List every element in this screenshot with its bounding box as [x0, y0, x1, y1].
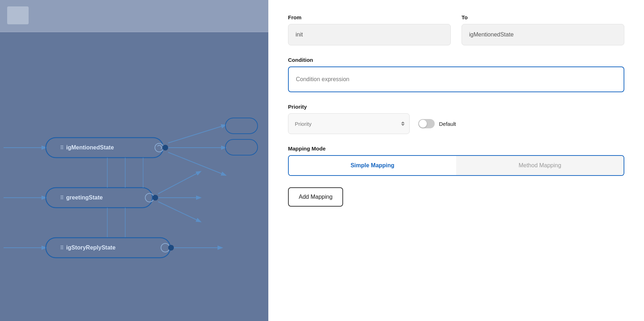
node-label-greeting: greetingState	[66, 194, 103, 201]
to-group: To igMentionedState	[462, 14, 624, 45]
priority-section: Priority Default	[288, 104, 624, 134]
mapping-mode-label: Mapping Mode	[288, 145, 624, 152]
node-dots-3: ⠿	[60, 245, 64, 251]
default-toggle-row: Default	[418, 119, 456, 128]
diagram-topbar-widget	[7, 6, 29, 24]
from-group: From init	[288, 14, 451, 45]
priority-row: Default	[288, 113, 624, 134]
spinner-down-icon[interactable]	[401, 124, 405, 126]
condition-section: Condition intent == "igMentionedIntent"	[288, 57, 624, 92]
from-to-row: From init To igMentionedState	[288, 14, 624, 45]
priority-spinner[interactable]	[401, 122, 405, 126]
method-mapping-button[interactable]: Method Mapping	[456, 156, 624, 175]
indicator-greeting	[152, 195, 158, 201]
priority-input[interactable]	[288, 113, 410, 134]
node-dots-2: ⠿	[60, 195, 64, 201]
default-toggle[interactable]	[418, 119, 435, 128]
node-dots-1: ⠿	[60, 145, 64, 150]
spinner-up-icon[interactable]	[401, 122, 405, 123]
toggle-knob	[419, 120, 427, 128]
priority-input-wrapper	[288, 113, 410, 134]
svg-rect-2	[0, 32, 268, 321]
indicator-igMentioned	[162, 145, 168, 150]
simple-mapping-button[interactable]: Simple Mapping	[289, 156, 456, 175]
node-label-igStory: igStoryReplyState	[66, 245, 116, 251]
mapping-mode-section: Mapping Mode Simple Mapping Method Mappi…	[288, 145, 624, 176]
from-label: From	[288, 14, 451, 20]
node-label-igMentioned: igMentionedState	[66, 144, 114, 150]
default-label: Default	[439, 121, 456, 127]
diagram-panel: ⠿ igMentionedState ⠿ greetingState	[0, 0, 268, 321]
to-value: igMentionedState	[462, 24, 624, 45]
condition-label: Condition	[288, 57, 624, 63]
to-label: To	[462, 14, 624, 20]
diagram-topbar	[0, 0, 268, 32]
add-mapping-button[interactable]: Add Mapping	[288, 187, 343, 207]
condition-input[interactable]: intent == "igMentionedIntent"	[288, 66, 624, 92]
indicator-igStory	[168, 245, 174, 251]
priority-label: Priority	[288, 104, 624, 110]
form-panel: From init To igMentionedState Condition …	[268, 0, 644, 321]
mapping-mode-buttons: Simple Mapping Method Mapping	[288, 155, 624, 176]
from-value: init	[288, 24, 451, 45]
diagram-svg-container: ⠿ igMentionedState ⠿ greetingState	[0, 32, 268, 321]
